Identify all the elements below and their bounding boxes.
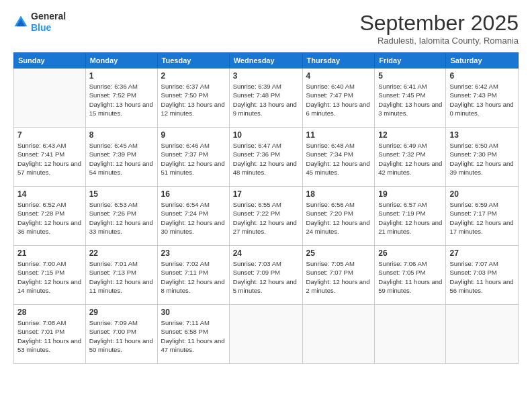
- day-number: 11: [306, 130, 371, 140]
- table-row: 16Sunrise: 6:54 AM Sunset: 7:24 PM Dayli…: [157, 187, 229, 246]
- logo-icon: [13, 15, 28, 30]
- day-info: Sunrise: 7:02 AM Sunset: 7:11 PM Dayligh…: [161, 259, 226, 295]
- table-row: 17Sunrise: 6:55 AM Sunset: 7:22 PM Dayli…: [229, 187, 302, 246]
- day-info: Sunrise: 6:48 AM Sunset: 7:34 PM Dayligh…: [306, 141, 371, 177]
- day-number: 20: [449, 189, 515, 199]
- table-row: 7Sunrise: 6:43 AM Sunset: 7:41 PM Daylig…: [14, 128, 86, 187]
- day-number: 4: [306, 71, 371, 81]
- day-info: Sunrise: 6:47 AM Sunset: 7:36 PM Dayligh…: [233, 141, 299, 177]
- day-number: 28: [17, 308, 82, 317]
- calendar-week-3: 14Sunrise: 6:52 AM Sunset: 7:28 PM Dayli…: [14, 187, 519, 246]
- day-number: 23: [161, 248, 226, 258]
- day-info: Sunrise: 7:09 AM Sunset: 7:00 PM Dayligh…: [89, 318, 154, 354]
- table-row: 27Sunrise: 7:07 AM Sunset: 7:03 PM Dayli…: [446, 246, 519, 305]
- day-info: Sunrise: 6:37 AM Sunset: 7:50 PM Dayligh…: [161, 82, 226, 118]
- table-row: 30Sunrise: 7:11 AM Sunset: 6:58 PM Dayli…: [157, 305, 229, 364]
- header: General Blue September 2025 Radulesti, I…: [13, 11, 519, 46]
- col-wednesday: Wednesday: [229, 53, 302, 68]
- table-row: 8Sunrise: 6:45 AM Sunset: 7:39 PM Daylig…: [85, 128, 157, 187]
- table-row: 20Sunrise: 6:59 AM Sunset: 7:17 PM Dayli…: [446, 187, 519, 246]
- day-number: 30: [161, 308, 226, 317]
- day-info: Sunrise: 6:54 AM Sunset: 7:24 PM Dayligh…: [161, 200, 226, 236]
- calendar-body: 1Sunrise: 6:36 AM Sunset: 7:52 PM Daylig…: [14, 68, 519, 364]
- table-row: 15Sunrise: 6:53 AM Sunset: 7:26 PM Dayli…: [85, 187, 157, 246]
- table-row: 25Sunrise: 7:05 AM Sunset: 7:07 PM Dayli…: [302, 246, 375, 305]
- day-number: 21: [17, 248, 82, 258]
- day-number: 24: [233, 248, 299, 258]
- table-row: 11Sunrise: 6:48 AM Sunset: 7:34 PM Dayli…: [302, 128, 375, 187]
- day-number: 18: [306, 189, 371, 199]
- day-info: Sunrise: 6:59 AM Sunset: 7:17 PM Dayligh…: [449, 200, 515, 236]
- day-number: 5: [378, 71, 442, 81]
- day-info: Sunrise: 6:45 AM Sunset: 7:39 PM Dayligh…: [89, 141, 154, 177]
- col-sunday: Sunday: [14, 53, 86, 68]
- day-number: 9: [161, 130, 226, 140]
- table-row: [446, 305, 519, 364]
- day-number: 19: [378, 189, 442, 199]
- table-row: 3Sunrise: 6:39 AM Sunset: 7:48 PM Daylig…: [229, 68, 302, 128]
- table-row: 5Sunrise: 6:41 AM Sunset: 7:45 PM Daylig…: [375, 68, 446, 128]
- logo-general: General: [31, 11, 66, 21]
- title-block: September 2025 Radulesti, Ialomita Count…: [359, 11, 519, 46]
- day-number: 26: [378, 248, 442, 258]
- table-row: [14, 68, 86, 128]
- day-info: Sunrise: 6:36 AM Sunset: 7:52 PM Dayligh…: [89, 82, 154, 118]
- logo-blue: Blue: [31, 22, 51, 33]
- table-row: 6Sunrise: 6:42 AM Sunset: 7:43 PM Daylig…: [446, 68, 519, 128]
- table-row: 9Sunrise: 6:46 AM Sunset: 7:37 PM Daylig…: [157, 128, 229, 187]
- calendar-table: Sunday Monday Tuesday Wednesday Thursday…: [13, 52, 519, 364]
- table-row: 28Sunrise: 7:08 AM Sunset: 7:01 PM Dayli…: [14, 305, 86, 364]
- table-row: 12Sunrise: 6:49 AM Sunset: 7:32 PM Dayli…: [375, 128, 446, 187]
- day-info: Sunrise: 7:08 AM Sunset: 7:01 PM Dayligh…: [17, 318, 82, 354]
- table-row: 13Sunrise: 6:50 AM Sunset: 7:30 PM Dayli…: [446, 128, 519, 187]
- header-row: Sunday Monday Tuesday Wednesday Thursday…: [14, 53, 519, 68]
- col-saturday: Saturday: [446, 53, 519, 68]
- table-row: 26Sunrise: 7:06 AM Sunset: 7:05 PM Dayli…: [375, 246, 446, 305]
- col-monday: Monday: [85, 53, 157, 68]
- table-row: 1Sunrise: 6:36 AM Sunset: 7:52 PM Daylig…: [85, 68, 157, 128]
- day-number: 12: [378, 130, 442, 140]
- table-row: [302, 305, 375, 364]
- calendar-header: Sunday Monday Tuesday Wednesday Thursday…: [14, 53, 519, 68]
- day-info: Sunrise: 6:52 AM Sunset: 7:28 PM Dayligh…: [17, 200, 82, 236]
- day-number: 25: [306, 248, 371, 258]
- day-info: Sunrise: 6:46 AM Sunset: 7:37 PM Dayligh…: [161, 141, 226, 177]
- day-info: Sunrise: 6:41 AM Sunset: 7:45 PM Dayligh…: [378, 82, 442, 118]
- calendar-week-1: 1Sunrise: 6:36 AM Sunset: 7:52 PM Daylig…: [14, 68, 519, 128]
- day-number: 17: [233, 189, 299, 199]
- day-number: 8: [89, 130, 154, 140]
- day-number: 14: [17, 189, 82, 199]
- table-row: 18Sunrise: 6:56 AM Sunset: 7:20 PM Dayli…: [302, 187, 375, 246]
- logo: General Blue: [13, 11, 66, 34]
- day-number: 13: [449, 130, 515, 140]
- day-number: 16: [161, 189, 226, 199]
- col-tuesday: Tuesday: [157, 53, 229, 68]
- day-info: Sunrise: 6:53 AM Sunset: 7:26 PM Dayligh…: [89, 200, 154, 236]
- day-number: 3: [233, 71, 299, 81]
- month-title: September 2025: [359, 11, 519, 36]
- day-info: Sunrise: 7:03 AM Sunset: 7:09 PM Dayligh…: [233, 259, 299, 295]
- day-info: Sunrise: 7:11 AM Sunset: 6:58 PM Dayligh…: [161, 318, 226, 354]
- day-number: 1: [89, 71, 154, 81]
- day-number: 6: [449, 71, 515, 81]
- calendar-week-2: 7Sunrise: 6:43 AM Sunset: 7:41 PM Daylig…: [14, 128, 519, 187]
- table-row: 10Sunrise: 6:47 AM Sunset: 7:36 PM Dayli…: [229, 128, 302, 187]
- table-row: 14Sunrise: 6:52 AM Sunset: 7:28 PM Dayli…: [14, 187, 86, 246]
- calendar-week-4: 21Sunrise: 7:00 AM Sunset: 7:15 PM Dayli…: [14, 246, 519, 305]
- table-row: 19Sunrise: 6:57 AM Sunset: 7:19 PM Dayli…: [375, 187, 446, 246]
- day-info: Sunrise: 6:42 AM Sunset: 7:43 PM Dayligh…: [449, 82, 515, 118]
- day-info: Sunrise: 6:43 AM Sunset: 7:41 PM Dayligh…: [17, 141, 82, 177]
- table-row: 23Sunrise: 7:02 AM Sunset: 7:11 PM Dayli…: [157, 246, 229, 305]
- table-row: [375, 305, 446, 364]
- calendar-week-5: 28Sunrise: 7:08 AM Sunset: 7:01 PM Dayli…: [14, 305, 519, 364]
- day-number: 10: [233, 130, 299, 140]
- table-row: 2Sunrise: 6:37 AM Sunset: 7:50 PM Daylig…: [157, 68, 229, 128]
- day-number: 29: [89, 308, 154, 317]
- day-info: Sunrise: 7:00 AM Sunset: 7:15 PM Dayligh…: [17, 259, 82, 295]
- day-number: 22: [89, 248, 154, 258]
- table-row: 29Sunrise: 7:09 AM Sunset: 7:00 PM Dayli…: [85, 305, 157, 364]
- page: General Blue September 2025 Radulesti, I…: [0, 0, 532, 411]
- day-number: 7: [17, 130, 82, 140]
- day-info: Sunrise: 6:56 AM Sunset: 7:20 PM Dayligh…: [306, 200, 371, 236]
- day-info: Sunrise: 6:40 AM Sunset: 7:47 PM Dayligh…: [306, 82, 371, 118]
